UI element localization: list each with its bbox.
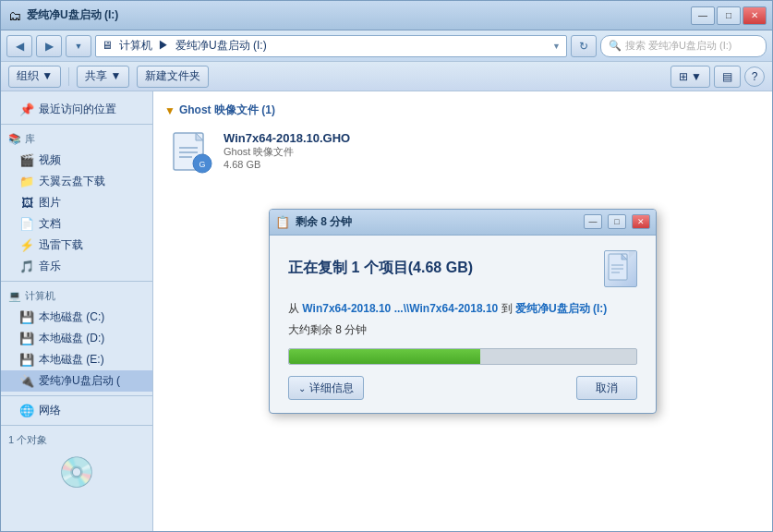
recent-locations-button[interactable]: ▼ <box>66 35 91 57</box>
window-icon: 🗂 <box>6 7 23 24</box>
sidebar-drive-i[interactable]: 🔌 爱纯净U盘启动 ( <box>1 370 152 392</box>
recent-icon: 📌 <box>19 103 34 117</box>
main-window: 🗂 爱纯净U盘启动 (I:) — □ ✕ ◀ ▶ ▼ 🖥 计算机 ▶ 爱纯净U盘… <box>0 0 773 532</box>
video-icon: 🎬 <box>19 153 34 168</box>
detail-button-label: 详细信息 <box>309 381 354 396</box>
dialog-footer: ⌄ 详细信息 取消 <box>288 376 637 400</box>
view-dropdown-icon: ▼ <box>691 70 702 83</box>
tianyi-icon: 📁 <box>19 175 34 189</box>
dialog-overlay: 📋 剩余 8 分钟 — □ ✕ 正在复制 1 个项目(4.68 GB) <box>153 91 772 531</box>
close-button[interactable]: ✕ <box>743 6 767 25</box>
main-area: 📌 最近访问的位置 📚 库 🎬 视频 📁 天翼云盘下载 <box>1 91 772 531</box>
sidebar-computer-section: 💻 计算机 💾 本地磁盘 (C:) 💾 本地磁盘 (D:) 💾 本地磁盘 (E:… <box>1 285 152 392</box>
chevron-down-icon: ⌄ <box>298 383 306 393</box>
network-label: 网络 <box>39 403 61 418</box>
sidebar-recent-section: 📌 最近访问的位置 <box>1 99 152 120</box>
refresh-button[interactable]: ↻ <box>571 35 597 57</box>
music-label: 音乐 <box>39 259 61 274</box>
search-icon: 🔍 <box>609 40 622 52</box>
dialog-maximize-button[interactable]: □ <box>608 214 626 229</box>
drive-c-label: 本地磁盘 (C:) <box>39 309 104 325</box>
images-icon: 🖼 <box>19 196 34 211</box>
sidebar-drive-e[interactable]: 💾 本地磁盘 (E:) <box>1 349 152 370</box>
sidebar-library-section: 📚 库 🎬 视频 📁 天翼云盘下载 🖼 图片 📄 文档 <box>1 128 152 277</box>
pane-button[interactable]: ▤ <box>714 66 741 88</box>
drive-e-icon: 💾 <box>19 353 34 368</box>
dialog-main-title: 正在复制 1 个项目(4.68 GB) <box>288 250 637 287</box>
minimize-button[interactable]: — <box>691 6 715 25</box>
back-button[interactable]: ◀ <box>6 35 32 57</box>
sidebar-item-images[interactable]: 🖼 图片 <box>1 192 152 213</box>
sidebar-divider-2 <box>1 281 152 282</box>
dialog-to-path: 爱纯净U盘启动 (I:) <box>515 302 607 315</box>
dialog-file-icon <box>604 250 637 287</box>
docs-icon: 📄 <box>19 217 34 232</box>
forward-button[interactable]: ▶ <box>36 35 62 57</box>
breadcrumb-dropdown-icon: ▼ <box>552 42 561 51</box>
sidebar-drive-c[interactable]: 💾 本地磁盘 (C:) <box>1 307 152 328</box>
sidebar-item-video[interactable]: 🎬 视频 <box>1 150 152 171</box>
toolbar-right: ⊞ ▼ ▤ ? <box>670 66 765 88</box>
xunlei-icon: ⚡ <box>19 238 34 253</box>
toolbar-separator-1 <box>68 67 69 86</box>
dialog-from-path: Win7x64-2018.10 ...\\Win7x64-2018.10 <box>302 302 498 315</box>
video-label: 视频 <box>39 152 61 168</box>
drive-d-icon: 💾 <box>19 332 34 346</box>
progress-bar-fill <box>289 349 480 364</box>
computer-icon: 💻 <box>8 290 21 302</box>
sidebar-network-section: 🌐 网络 <box>1 400 152 421</box>
dialog-body: 正在复制 1 个项目(4.68 GB) <box>270 236 656 413</box>
dialog-close-button[interactable]: ✕ <box>632 214 650 229</box>
drive-c-icon: 💾 <box>19 310 34 325</box>
sidebar-recent-label: 最近访问的位置 <box>39 102 116 117</box>
drive-graphic-icon: 💿 <box>58 454 95 490</box>
network-icon: 🌐 <box>19 404 34 418</box>
sidebar-item-network[interactable]: 🌐 网络 <box>1 400 152 421</box>
progress-dialog: 📋 剩余 8 分钟 — □ ✕ 正在复制 1 个项目(4.68 GB) <box>269 209 657 414</box>
drive-e-label: 本地磁盘 (E:) <box>39 352 104 368</box>
toolbar: 组织 ▼ 共享 ▼ 新建文件夹 ⊞ ▼ ▤ ? <box>1 62 772 91</box>
dialog-minimize-button[interactable]: — <box>584 214 602 229</box>
sidebar-drive-d[interactable]: 💾 本地磁盘 (D:) <box>1 328 152 349</box>
sidebar-item-xunlei[interactable]: ⚡ 迅雷下载 <box>1 235 152 256</box>
xunlei-label: 迅雷下载 <box>39 237 83 253</box>
dialog-time-remaining: 大约剩余 8 分钟 <box>288 321 637 339</box>
dialog-main-title-text: 正在复制 1 个项目(4.68 GB) <box>288 259 473 278</box>
cancel-button[interactable]: 取消 <box>576 376 637 400</box>
music-icon: 🎵 <box>19 260 34 274</box>
drive-d-label: 本地磁盘 (D:) <box>39 331 104 346</box>
organize-button[interactable]: 组织 ▼ <box>8 66 61 88</box>
view-toggle-button[interactable]: ⊞ ▼ <box>670 66 710 88</box>
sidebar-divider-1 <box>1 124 152 125</box>
sidebar-status: 1 个对象 <box>1 425 152 451</box>
dialog-title-icon: 📋 <box>275 215 290 229</box>
search-bar[interactable]: 🔍 搜索 爱纯净U盘启动 (I:) <box>600 35 767 57</box>
docs-label: 文档 <box>39 216 61 232</box>
share-button[interactable]: 共享 ▼ <box>77 66 129 88</box>
sidebar: 📌 最近访问的位置 📚 库 🎬 视频 📁 天翼云盘下载 <box>1 91 153 531</box>
library-icon: 📚 <box>8 133 21 145</box>
sidebar-computer-header: 💻 计算机 <box>1 285 152 307</box>
help-button[interactable]: ? <box>744 66 765 87</box>
computer-label: 计算机 <box>25 289 55 303</box>
breadcrumb[interactable]: 🖥 计算机 ▶ 爱纯净U盘启动 (I:) ▼ <box>95 35 567 57</box>
sidebar-item-music[interactable]: 🎵 音乐 <box>1 256 152 277</box>
dialog-title-text: 剩余 8 分钟 <box>296 214 578 230</box>
tianyi-label: 天翼云盘下载 <box>39 174 105 189</box>
sidebar-item-tianyi[interactable]: 📁 天翼云盘下载 <box>1 171 152 192</box>
images-label: 图片 <box>39 195 61 211</box>
status-count: 1 个对象 <box>8 434 47 445</box>
dialog-time-text: 大约剩余 8 分钟 <box>288 323 367 336</box>
content-area: ▼ Ghost 映像文件 (1) G Win7x64-20 <box>153 91 772 531</box>
maximize-button[interactable]: □ <box>717 6 741 25</box>
detail-button[interactable]: ⌄ 详细信息 <box>288 376 364 400</box>
new-folder-button[interactable]: 新建文件夹 <box>137 66 209 88</box>
sidebar-library-header: 📚 库 <box>1 128 152 150</box>
sidebar-item-recent[interactable]: 📌 最近访问的位置 <box>1 99 152 120</box>
sidebar-item-docs[interactable]: 📄 文档 <box>1 213 152 235</box>
drive-i-label: 爱纯净U盘启动 ( <box>39 373 120 389</box>
window-controls: — □ ✕ <box>691 6 767 25</box>
view-icon: ⊞ <box>679 70 688 83</box>
address-bar: ◀ ▶ ▼ 🖥 计算机 ▶ 爱纯净U盘启动 (I:) ▼ ↻ 🔍 搜索 爱纯净U… <box>1 30 772 62</box>
dialog-title-bar: 📋 剩余 8 分钟 — □ ✕ <box>270 210 656 236</box>
